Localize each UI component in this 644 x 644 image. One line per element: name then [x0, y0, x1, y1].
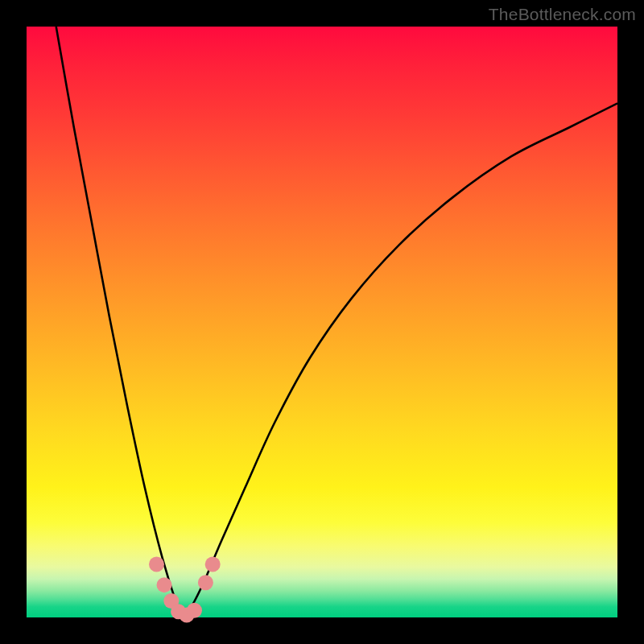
- curve-layer: [27, 27, 617, 617]
- chart-frame: TheBottleneck.com: [0, 0, 644, 644]
- curve-right-branch: [184, 103, 617, 617]
- highlight-dot: [205, 556, 221, 572]
- highlight-dot: [198, 575, 213, 590]
- curve-left-branch: [56, 27, 184, 617]
- highlight-dot: [149, 556, 164, 572]
- highlight-marker-group: [149, 556, 221, 622]
- highlight-dot: [157, 577, 172, 592]
- watermark-text: TheBottleneck.com: [489, 5, 636, 24]
- highlight-dot: [187, 603, 202, 618]
